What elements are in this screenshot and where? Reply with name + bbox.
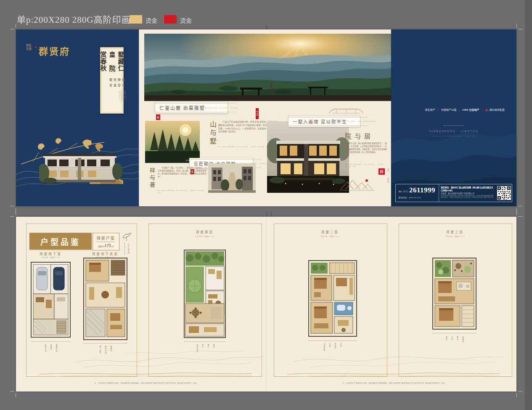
brand-logo-prefix: 祥生交投 (26, 44, 33, 51)
dimension-line (308, 341, 357, 341)
floorplan-basement (31, 262, 71, 338)
section-title-brand: 祥与著 (148, 168, 156, 194)
roofline-sketch-art (327, 106, 365, 115)
crop-mark (16, 24, 16, 28)
plan-d-annotations: 主卧套房次卧家庭厅卫浴 (299, 343, 366, 351)
huzhou-logo-mark (485, 108, 488, 111)
section-body-court: 祥生交投，醉心临摹传统院落规制美学，三进归家，礼序层叠，以合院制式规制空间美学，… (345, 142, 387, 162)
dimension-line (83, 343, 127, 343)
crop-mark (518, 206, 522, 206)
plan-d-label: 排屋二层 (274, 229, 386, 234)
phone-block: Tel. 0572 2611999 垂询热线｜4008-787-018 (396, 184, 439, 202)
north-bird-icon (121, 231, 132, 242)
crop-mark (516, 211, 517, 215)
crop-mark (518, 391, 522, 391)
plan-a-annotations: 私家车库设备间储藏空间 (31, 344, 71, 352)
area-unit: ㎡ (111, 245, 114, 248)
tel-number: 2611999 (409, 186, 435, 194)
legal-text: 本宣传资料仅为要约邀请，相关内容不排除因政府规划、规定及开发商未能控制的原因发生… (441, 195, 495, 199)
brand-logo-block: 祥生交投 群贤府 (26, 44, 70, 57)
forest-photo (145, 121, 200, 163)
section-caption-brand: XIANGSHENG JIAOTOU · QUN XIAN FU (158, 189, 206, 194)
slogan-2-english: YI SHU · WEI PINGSHENG (347, 120, 377, 122)
spec-label: 单p:200X280 280G高阶印画 (17, 13, 130, 25)
watermark-subtitle: HUZHOU RENHUANGSHAN YUAN SHU (422, 136, 485, 137)
section-title-court: 院与居 (345, 131, 374, 140)
dimension-line (432, 333, 476, 333)
seal-caption: 湖州 · 群贤府 (386, 168, 389, 187)
crop-mark (516, 24, 517, 28)
area-number: 175 (104, 243, 111, 248)
plan-b-annotations: 地下夹层挑空区域楼梯间 (83, 346, 127, 354)
slogan-2-text: 一墅入画境 足以慰平生 (293, 118, 347, 125)
red-stamp-vertical: 群贤府 (256, 108, 259, 119)
gold-foil-label: 烫金 (146, 16, 157, 24)
plan-c-label: 排屋首层 (148, 229, 261, 234)
logo-huzhou-city: 湖州城市集团 (485, 108, 504, 112)
fold-shadow-center (266, 217, 267, 391)
crop-mark (16, 211, 16, 215)
logo-china-top32: 中国地产32强 (441, 108, 457, 112)
card-title: 墅藏仁皇 院赏春秋 (99, 51, 125, 77)
floorplan-second-floor (308, 260, 357, 337)
tel-script: Tel. (398, 190, 402, 193)
logo-xiangsheng: 祥生地产 (425, 108, 435, 112)
fold-mark (271, 211, 271, 216)
brochure-spread-sheet: 祥生交投 群贤府 墅藏仁皇 院赏春秋 独静院墅 户型鉴赏 SHUCANG REN… (16, 29, 516, 206)
fold-shadow-right (391, 29, 391, 206)
plan-a-label: 排屋地下室 (31, 251, 71, 256)
section-body-brand: 中国地产32强，千亿资本——祥生地产深耕浙江，与交投集团强强联袂，择址仁皇山麓，… (158, 167, 206, 188)
hotline: 垂询热线｜4008-787-018 (398, 196, 439, 199)
plans-disclaimer-right: 注：本页所示户型图仅为示意，所涉面积均为建筑面积，具体以政府部门最终审批文件及双… (289, 382, 500, 384)
crop-mark (10, 206, 14, 206)
slogan-banner-2: 一墅入画境 足以慰平生 YI SHU · WEI PINGSHENG (288, 116, 360, 127)
section-caption-court: XIANGSHENG JIAOTOU · QUN XIAN FU (345, 163, 387, 168)
floorplan-sheet: 户型品鉴 排屋户型 建面约 175 ㎡ 1:200 示意比例 排屋地下室 户型示… (16, 217, 516, 391)
dimension-line (31, 341, 71, 342)
plan-c-annotations: 私家庭院客厅餐厅厨房 (174, 344, 237, 352)
red-seal-brand: 群 (378, 168, 385, 175)
mountain-sunset-photo (144, 34, 391, 101)
brand-logo-name: 群贤府 (39, 44, 70, 57)
brand-seal-dot (35, 46, 37, 48)
project-address: 项目地址：湖州市仁皇山景区西侧（同心路与云祥北路交叉口向西800米） (441, 186, 495, 192)
fold-mark (267, 25, 267, 29)
developer-name: 开发商：湖州交投祥生房地产开发有限公司 (441, 192, 495, 194)
crop-mark (10, 29, 14, 29)
tel-area-code: 0572 (403, 190, 408, 193)
plans-title: 户型品鉴 (40, 236, 81, 247)
slogan-banner-1: 仁皇山麓 启幕雅墅 RENHUANG SHANLU · YASHU (155, 102, 228, 114)
plans-subtitle: 排屋户型 (97, 235, 115, 241)
logo-cire: CIRE 交投地产 (462, 108, 479, 112)
crop-mark (518, 29, 522, 29)
address-block: 项目地址：湖州市仁皇山景区西侧（同心路与云祥北路交叉口向西800米） 开发商：湖… (439, 184, 496, 202)
floorplan-mezzanine (83, 258, 127, 340)
watermark-title: XIANGSHENG · JIAOTOU (422, 130, 485, 133)
plan-b-label: 排屋地下夹层 (83, 251, 127, 256)
cover-panel: 祥生交投 群贤府 墅藏仁皇 院赏春秋 独静院墅 户型鉴赏 SHUCANG REN… (16, 29, 139, 206)
area-prefix: 建面约 (98, 245, 104, 248)
card-subtitle-2: 户型鉴赏 (99, 84, 125, 88)
plan-a-caption: 户型示意 · 建面约175㎡ (31, 256, 71, 258)
plan-d-caption: 户型示意 · 建面约175㎡ (274, 235, 386, 237)
contact-bar: Tel. 0572 2611999 垂询热线｜4008-787-018 项目地址… (395, 184, 512, 202)
card-english: SHUCANG RENHUANG · YUANSHANG CHUNQIU (99, 90, 125, 110)
print-proof-canvas: { "header": { "spec": "单p:200X280 280G高阶… (0, 0, 532, 410)
plans-disclaimer-left: 注：本页所示户型图仅为示意，所涉面积均为建筑面积，具体以政府部门最终审批文件及双… (41, 382, 251, 384)
plan-e-annotations: 套房书房露台衣帽间 (422, 336, 487, 343)
gold-mountain-art (340, 178, 374, 191)
floorplan-third-floor (432, 258, 476, 330)
plans-title-box: 户型品鉴 (29, 233, 92, 250)
qr-code (496, 184, 512, 202)
red-foil-label: 烫金 (180, 16, 192, 24)
crop-mark (518, 216, 522, 217)
plan-e-label: 排屋三层 (399, 229, 511, 234)
plan-c-caption: 户型示意 · 建面约175㎡ (148, 235, 261, 237)
plan-e-caption: 户型示意 · 建面约175㎡ (399, 235, 511, 237)
gold-foil-swatch (130, 15, 142, 24)
crop-mark (16, 393, 16, 397)
plans-subtitle-box: 排屋户型 建面约 175 ㎡ (93, 233, 119, 250)
dimension-line (184, 341, 226, 342)
red-seal-1: 祥 (156, 114, 160, 120)
floorplan-first-floor (184, 250, 226, 338)
